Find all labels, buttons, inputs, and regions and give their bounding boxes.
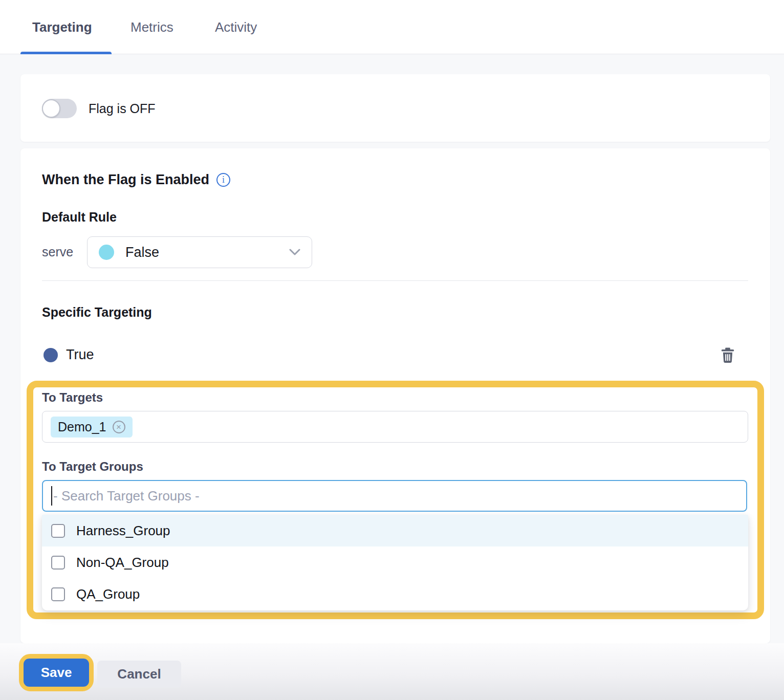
target-groups-dropdown: Harness_Group Non-QA_Group QA_Group [42, 515, 748, 610]
group-option-non-qa[interactable]: Non-QA_Group [42, 546, 748, 578]
search-target-groups-input[interactable]: - Search Target Groups - [42, 480, 747, 512]
serve-variation-value: False [125, 245, 289, 260]
to-targets-label: To Targets [42, 390, 103, 405]
when-flag-enabled-heading: When the Flag is Enabled i [42, 172, 230, 188]
group-option-label: QA_Group [76, 586, 140, 602]
group-option-harness[interactable]: Harness_Group [42, 515, 748, 546]
info-icon[interactable]: i [216, 173, 230, 187]
checkbox-icon[interactable] [51, 587, 65, 601]
group-option-label: Non-QA_Group [76, 555, 169, 571]
true-variation-label: True [66, 347, 94, 363]
group-option-label: Harness_Group [76, 523, 170, 539]
flag-status-card: Flag is OFF [20, 74, 770, 142]
group-option-qa[interactable]: QA_Group [42, 578, 748, 610]
when-flag-enabled-title: When the Flag is Enabled [42, 172, 209, 188]
trash-icon [720, 347, 735, 363]
to-target-groups-label: To Target Groups [42, 460, 143, 474]
remove-target-icon[interactable]: × [113, 421, 125, 433]
flag-status-label: Flag is OFF [89, 101, 156, 116]
targeting-rules-card: When the Flag is Enabled i Default Rule … [20, 148, 770, 643]
save-button[interactable]: Save [24, 659, 89, 687]
feature-flag-page: Targeting Metrics Activity Flag is OFF W… [0, 0, 784, 700]
cancel-button[interactable]: Cancel [97, 661, 181, 688]
flag-toggle[interactable] [42, 99, 77, 118]
checkbox-icon[interactable] [51, 556, 65, 570]
section-divider [42, 280, 748, 281]
serve-label: serve [42, 245, 73, 259]
checkbox-icon[interactable] [51, 524, 65, 538]
targets-input[interactable]: Demo_1 × [42, 411, 748, 443]
specific-targeting-heading: Specific Targeting [42, 305, 152, 320]
search-placeholder-text: - Search Target Groups - [53, 488, 200, 504]
flag-toggle-knob [42, 99, 60, 118]
tab-activity[interactable]: Activity [215, 19, 257, 35]
save-highlight-ring: Save [19, 654, 94, 691]
footer-actions: Save Cancel [0, 643, 784, 700]
target-tag-label: Demo_1 [58, 420, 106, 434]
tab-targeting[interactable]: Targeting [32, 19, 92, 35]
delete-rule-button[interactable] [717, 345, 738, 365]
target-tag: Demo_1 × [51, 417, 133, 438]
serve-variation-select[interactable]: False [87, 236, 312, 268]
true-variation-row: True [43, 347, 94, 363]
active-tab-underline [20, 52, 112, 54]
tab-bar: Targeting Metrics Activity [0, 0, 784, 54]
text-cursor [51, 486, 52, 506]
false-variation-dot [99, 245, 114, 260]
true-variation-dot [43, 348, 58, 362]
tab-metrics[interactable]: Metrics [130, 19, 173, 35]
default-rule-heading: Default Rule [42, 210, 117, 225]
chevron-down-icon [289, 249, 300, 256]
